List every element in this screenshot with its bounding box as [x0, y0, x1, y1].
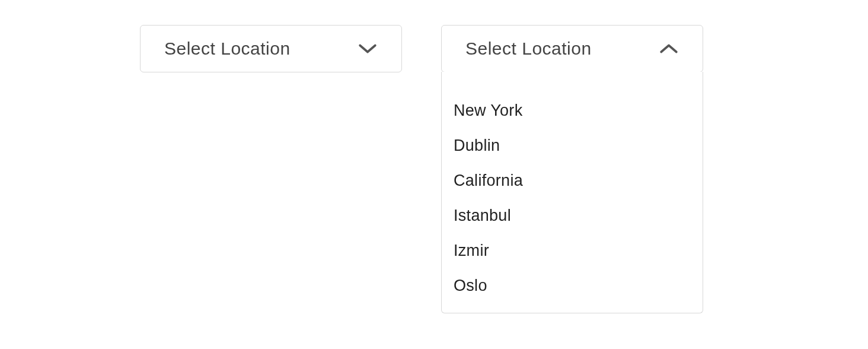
dropdown-option[interactable]: Dublin — [442, 128, 703, 163]
dropdown-toggle[interactable]: Select Location — [441, 25, 703, 72]
chevron-down-icon — [356, 42, 379, 55]
dropdown-menu: New York Dublin California Istanbul Izmi… — [441, 72, 703, 313]
location-dropdown-open: Select Location New York Dublin Californ… — [441, 25, 703, 313]
dropdown-container: Select Location Select Location New York… — [0, 0, 868, 313]
dropdown-option[interactable]: Istanbul — [442, 198, 703, 233]
chevron-up-icon — [658, 42, 680, 55]
dropdown-option[interactable]: Izmir — [442, 233, 703, 268]
dropdown-option[interactable]: New York — [442, 93, 703, 128]
dropdown-label: Select Location — [465, 39, 592, 59]
dropdown-toggle[interactable]: Select Location — [140, 25, 402, 72]
location-dropdown-closed: Select Location — [140, 25, 402, 313]
dropdown-label: Select Location — [164, 39, 291, 59]
dropdown-option[interactable]: Oslo — [442, 268, 703, 303]
dropdown-option[interactable]: California — [442, 163, 703, 198]
